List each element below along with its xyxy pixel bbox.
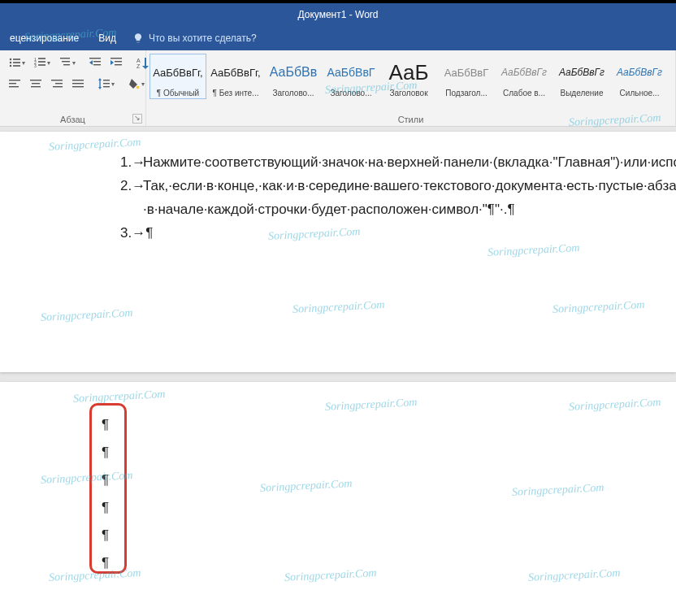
- svg-rect-44: [136, 86, 139, 89]
- style-name: Подзагол...: [440, 89, 493, 98]
- svg-rect-17: [93, 64, 101, 65]
- line-spacing-icon: [98, 77, 110, 90]
- bullets-icon: [8, 56, 21, 69]
- svg-rect-20: [115, 61, 122, 62]
- svg-rect-41: [103, 80, 110, 80]
- align-center-icon: [29, 77, 42, 90]
- list-number: 1.→: [120, 151, 143, 175]
- document-content[interactable]: 1.→Нажмите·соответствующий·значок·на·вер…: [120, 151, 652, 245]
- style-item-5[interactable]: АаБбВвГПодзагол...: [438, 54, 495, 99]
- svg-marker-38: [98, 78, 102, 80]
- list-text[interactable]: Нажмите·соответствующий·значок·на·верхне…: [143, 151, 676, 175]
- svg-rect-29: [30, 80, 41, 80]
- svg-marker-22: [110, 60, 114, 65]
- multilevel-icon: [58, 56, 72, 69]
- svg-rect-7: [38, 58, 46, 59]
- style-item-4[interactable]: АаБЗаголовок: [380, 54, 437, 99]
- svg-rect-5: [13, 65, 20, 67]
- style-item-1[interactable]: АаБбВвГг,¶ Без инте...: [207, 54, 264, 99]
- svg-rect-13: [62, 61, 70, 62]
- paragraph-group: ▾ 123▾ ▾ AZ: [0, 50, 146, 126]
- svg-rect-39: [99, 80, 100, 87]
- svg-text:3: 3: [34, 63, 37, 68]
- style-item-8[interactable]: АаБбВвГгСильное...: [611, 54, 668, 99]
- style-item-0[interactable]: АаБбВвГг,¶ Обычный: [150, 54, 206, 99]
- align-justify-button[interactable]: [68, 75, 88, 93]
- align-center-button[interactable]: [26, 75, 46, 93]
- style-preview: АаБ: [382, 56, 436, 89]
- svg-text:Z: Z: [136, 63, 141, 69]
- style-name: Заголово...: [266, 89, 320, 98]
- styles-gallery[interactable]: АаБбВвГг,¶ ОбычныйАаБбВвГг,¶ Без инте...…: [146, 54, 675, 99]
- tab-view[interactable]: Вид: [89, 26, 126, 50]
- align-right-icon: [50, 77, 63, 90]
- svg-rect-1: [13, 59, 20, 60]
- indent-increase-button[interactable]: [106, 54, 126, 72]
- style-name: Слабое в...: [497, 89, 551, 98]
- svg-rect-16: [93, 61, 101, 62]
- svg-marker-18: [89, 60, 93, 65]
- style-preview: АаБбВвГг: [613, 56, 666, 89]
- page-2[interactable]: ¶ ¶ ¶ ¶ ¶ ¶: [0, 382, 676, 616]
- align-right-button[interactable]: [47, 75, 67, 93]
- svg-rect-43: [103, 86, 110, 87]
- style-preview: АаБбВвГг: [555, 56, 609, 89]
- indent-increase-icon: [110, 56, 123, 69]
- document-title: Документ1 - Word: [297, 9, 378, 20]
- list-item[interactable]: 3.→¶: [120, 222, 652, 245]
- list-item[interactable]: 1.→Нажмите·соответствующий·значок·на·вер…: [120, 151, 652, 175]
- tell-me-label: Что вы хотите сделать?: [149, 33, 257, 44]
- list-item[interactable]: 2.→Так,·если·в·конце,·как·и·в·середине·в…: [120, 175, 652, 222]
- list-text[interactable]: ¶: [145, 222, 652, 245]
- svg-rect-26: [9, 80, 20, 80]
- svg-rect-32: [51, 80, 63, 80]
- shading-button[interactable]: ▾: [124, 75, 148, 93]
- style-preview: АаБбВвГ: [440, 56, 493, 89]
- styles-group-label: Стили: [146, 113, 675, 124]
- svg-rect-34: [53, 86, 63, 87]
- ribbon: ▾ 123▾ ▾ AZ: [0, 50, 676, 127]
- svg-marker-40: [98, 87, 102, 89]
- tell-me-search[interactable]: Что вы хотите сделать?: [132, 33, 257, 44]
- align-left-button[interactable]: [5, 75, 24, 93]
- align-left-icon: [8, 77, 21, 90]
- indent-decrease-button[interactable]: [85, 54, 105, 72]
- tab-review[interactable]: ецензирование: [0, 26, 89, 50]
- list-number: 3.→: [120, 222, 145, 245]
- style-name: Сильное...: [613, 89, 666, 98]
- line-spacing-button[interactable]: ▾: [94, 75, 118, 93]
- page-1[interactable]: 1.→Нажмите·соответствующий·значок·на·вер…: [0, 132, 676, 372]
- style-preview: АаБбВвГг: [497, 56, 551, 89]
- style-item-6[interactable]: АаБбВвГгСлабое в...: [496, 54, 552, 99]
- svg-rect-12: [60, 58, 70, 59]
- style-name: Заголово...: [324, 89, 378, 98]
- list-number: 2.→: [120, 175, 143, 222]
- styles-group: АаБбВвГг,¶ ОбычныйАаБбВвГг,¶ Без инте...…: [146, 50, 676, 126]
- ribbon-tabs: ецензирование Вид Что вы хотите сделать?: [0, 26, 676, 50]
- empty-paragraph-marks[interactable]: ¶ ¶ ¶ ¶ ¶ ¶: [102, 411, 109, 577]
- style-preview: АаБбВвГ: [324, 56, 378, 89]
- style-item-3[interactable]: АаБбВвГЗаголово...: [323, 54, 379, 99]
- multilevel-button[interactable]: ▾: [55, 54, 79, 72]
- bullets-button[interactable]: ▾: [5, 54, 28, 72]
- indent-decrease-icon: [89, 56, 102, 69]
- svg-rect-33: [55, 83, 63, 84]
- list-text[interactable]: Так,·если·в·конце,·как·и·в·середине·ваше…: [143, 175, 676, 222]
- svg-rect-3: [13, 62, 20, 63]
- svg-rect-15: [89, 58, 101, 59]
- lightbulb-icon: [132, 33, 144, 44]
- style-name: Заголовок: [382, 89, 436, 98]
- numbering-button[interactable]: 123▾: [30, 54, 54, 72]
- svg-rect-30: [32, 83, 40, 84]
- style-name: ¶ Обычный: [151, 89, 205, 98]
- style-item-2[interactable]: АаБбВвЗаголово...: [265, 54, 322, 99]
- style-name: Выделение: [555, 89, 609, 98]
- paragraph-dialog-launcher[interactable]: ↘: [132, 114, 142, 124]
- shading-icon: [128, 77, 141, 90]
- svg-rect-31: [31, 86, 41, 87]
- style-preview: АаБбВвГг,: [151, 56, 205, 89]
- svg-rect-21: [115, 64, 122, 65]
- svg-rect-28: [9, 86, 19, 87]
- style-item-7[interactable]: АаБбВвГгВыделение: [553, 54, 610, 99]
- svg-rect-35: [72, 80, 84, 80]
